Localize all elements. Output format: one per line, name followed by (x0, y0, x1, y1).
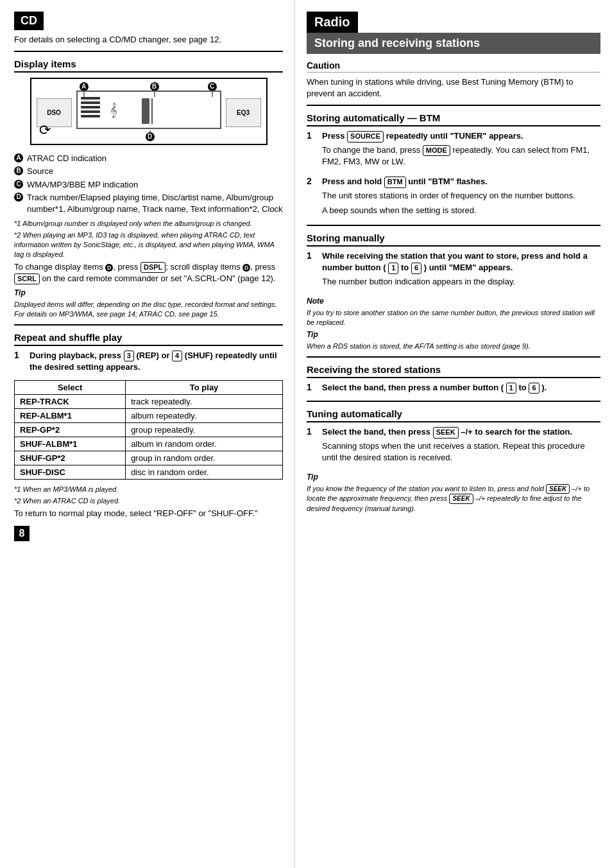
storing-title: Storing and receiving stations (314, 37, 480, 49)
left-column: CD For details on selecting a CD/MD chan… (0, 0, 295, 868)
btm-step-2-num: 2 (307, 176, 318, 186)
svg-rect-7 (81, 110, 100, 113)
manual-step-1-num: 1 (307, 250, 318, 261)
step-1-num: 1 (14, 350, 26, 360)
play-cell: group in random order. (126, 451, 283, 465)
btm-key: BTM (384, 177, 406, 187)
seek-key: SEEK (433, 427, 459, 438)
play-cell: group repeatedly. (126, 423, 283, 437)
step-1-content: During playback, press 3 (REP) or 4 (SHU… (30, 350, 283, 376)
col-select: Select (15, 381, 126, 395)
svg-rect-4 (81, 97, 100, 100)
bullet-c: C WMA/MP3/BBE MP indication (14, 179, 283, 191)
table-row: SHUF-GP*2group in random order. (15, 451, 283, 465)
key-circle-1: 1 (388, 263, 398, 273)
bullet-d: D Track number/Elapsed playing time, Dis… (14, 192, 283, 215)
manual-step-1-sub: The number button indication appears in … (322, 276, 600, 288)
divider-6 (307, 401, 600, 402)
col-play: To play (126, 381, 283, 395)
radio-header-container: Radio (307, 12, 600, 33)
svg-rect-5 (81, 101, 100, 104)
key-3: 3 (124, 351, 134, 361)
seek-key-tip2: SEEK (449, 494, 473, 504)
display-diagram: A B C DSO EQ3 (30, 78, 268, 145)
play-cell: album repeatedly. (126, 409, 283, 423)
table-fn1: *1 When an MP3/WMA is played. (14, 485, 283, 494)
return-text: To return to normal play mode, select "R… (14, 508, 283, 519)
mode-key: MODE (423, 145, 450, 156)
repeat-shuffle-title: Repeat and shuffle play (14, 332, 283, 346)
center-display-graphics: 𝄞 (78, 92, 220, 128)
receiving-step-1-title: Select the band, then press a number but… (322, 382, 600, 394)
seek-key-tip: SEEK (546, 484, 570, 494)
table-row: REP-GP*2group repeatedly. (15, 423, 283, 437)
divider-1 (14, 51, 283, 52)
select-cell: REP-TRACK (15, 395, 126, 409)
receiving-step-1-content: Select the band, then press a number but… (322, 382, 600, 395)
btm-step-1-sub: To change the band, press MODE repeatedl… (322, 144, 600, 168)
page-number: 8 (14, 526, 30, 541)
svg-rect-6 (81, 106, 100, 108)
cd-title: CD (14, 12, 44, 30)
manual-tip-label: Tip (307, 329, 600, 340)
repeat-shuffle-section: Repeat and shuffle play 1 During playbac… (14, 332, 283, 519)
display-d-label: D (105, 264, 113, 272)
table-fn2: *2 When an ATRAC CD is played. (14, 496, 283, 506)
receiving-step-1: 1 Select the band, then press a number b… (307, 382, 600, 395)
footnote-2: *2 When playing an MP3, ID3 tag is displ… (14, 230, 283, 259)
tip-label: Tip (14, 288, 283, 299)
source-key: SOURCE (347, 131, 384, 142)
tuning-step-1-num: 1 (307, 426, 318, 437)
divider-5 (307, 356, 600, 358)
btm-step-2-sub2: A beep sounds when the setting is stored… (322, 205, 600, 216)
divider-4 (307, 225, 600, 226)
play-table: Select To play REP-TRACKtrack repeatedly… (14, 380, 283, 480)
radio-title: Radio (307, 12, 358, 33)
tuning-title: Tuning automatically (307, 408, 600, 422)
eq3-box: EQ3 (226, 98, 261, 127)
svg-rect-11 (151, 98, 153, 124)
manual-tip-text: When a RDS station is stored, the AF/TA … (307, 342, 600, 351)
table-row: SHUF-ALBM*1album in random order. (15, 437, 283, 451)
play-cell: track repeatedly. (126, 395, 283, 409)
rcv-key-6: 6 (529, 383, 539, 394)
receiving-title: Receiving the stored stations (307, 364, 600, 378)
divider-2 (14, 324, 283, 326)
display-items-section: Display items A B C DSO (14, 58, 283, 319)
manual-note-label: Note (307, 296, 600, 307)
tuning-step-1-title: Select the band, then press SEEK –/+ to … (322, 426, 600, 438)
play-cell: disc in random order. (126, 465, 283, 480)
select-cell: SHUF-DISC (15, 465, 126, 480)
svg-text:𝄞: 𝄞 (110, 103, 117, 118)
cd-section: CD For details on selecting a CD/MD chan… (14, 12, 283, 46)
display-d2-label: D (242, 264, 250, 272)
btm-title: Storing automatically — BTM (307, 112, 600, 126)
manually-section: Storing manually 1 While receiving the s… (307, 232, 600, 351)
center-display: 𝄞 (76, 91, 221, 129)
manual-step-1: 1 While receiving the station that you w… (307, 250, 600, 291)
step-1-repeat: 1 During playback, press 3 (REP) or 4 (S… (14, 350, 283, 376)
tuning-step-1-content: Select the band, then press SEEK –/+ to … (322, 426, 600, 467)
storing-header: Storing and receiving stations (307, 33, 600, 54)
select-cell: REP-GP*2 (15, 423, 126, 437)
tuning-tip-label: Tip (307, 472, 600, 483)
divider-3 (307, 105, 600, 106)
btm-step-2-title: Press and hold BTM until "BTM" flashes. (322, 176, 600, 187)
table-row: REP-TRACKtrack repeatedly. (15, 395, 283, 409)
manual-note-text: If you try to store another station on t… (307, 308, 600, 327)
key-4: 4 (172, 351, 182, 361)
manually-title: Storing manually (307, 232, 600, 247)
caution-title: Caution (307, 60, 600, 73)
btm-step-1: 1 Press SOURCE repeatedly until "TUNER" … (307, 130, 600, 171)
tuning-step-1: 1 Select the band, then press SEEK –/+ t… (307, 426, 600, 467)
svg-rect-8 (81, 115, 100, 117)
btm-step-1-num: 1 (307, 130, 318, 141)
btm-step-2-sub1: The unit stores stations in order of fre… (322, 190, 600, 202)
bullet-b: B Source (14, 166, 283, 177)
display-items-title: Display items (14, 58, 283, 73)
tuning-tip-text: If you know the frequency of the station… (307, 484, 600, 514)
step-1-title: During playback, press 3 (REP) or 4 (SHU… (30, 350, 283, 374)
footnote-1: *1 Album/group number is displayed only … (14, 219, 283, 229)
btm-step-1-title: Press SOURCE repeatedly until "TUNER" ap… (322, 130, 600, 142)
tip-text: Displayed items will differ, depending o… (14, 300, 283, 319)
